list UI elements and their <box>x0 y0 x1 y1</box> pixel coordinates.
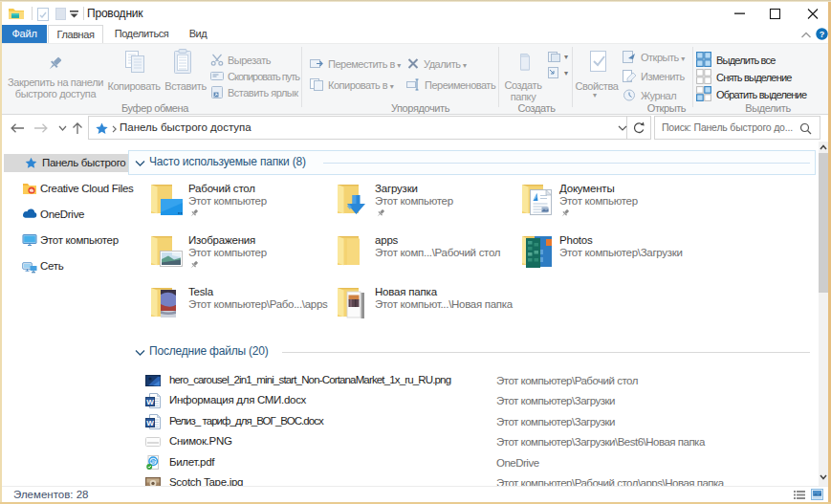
svg-text:W: W <box>146 398 154 406</box>
svg-text:W: W <box>146 418 154 427</box>
svg-text:▾: ▾ <box>564 53 568 61</box>
svg-text:▾: ▾ <box>564 69 568 77</box>
svg-text:?: ? <box>820 30 825 39</box>
